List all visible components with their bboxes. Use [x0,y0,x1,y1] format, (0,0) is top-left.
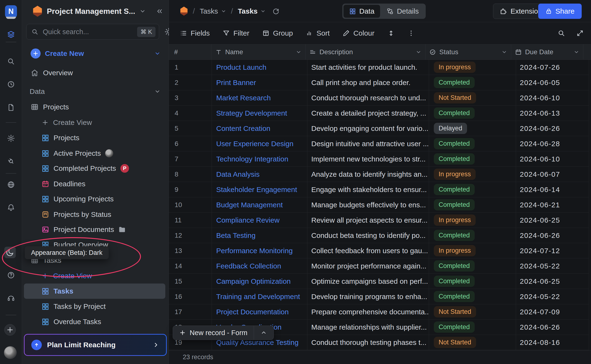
column-header-due-date[interactable]: Due Date [511,45,583,59]
column-header-name[interactable]: Name [211,45,305,59]
name-cell[interactable]: Technology Integration [212,151,307,167]
row-number-cell[interactable]: 4 [169,106,212,121]
record-name-link[interactable]: Product Launch [216,63,266,72]
description-cell[interactable]: Manage relationships with supplier... [307,319,429,335]
tab-details[interactable]: Details [381,5,424,18]
status-cell[interactable]: Completed [429,75,516,90]
description-cell[interactable]: Optimize campaigns based on perf... [307,274,429,289]
language-globe-icon[interactable] [7,181,15,189]
view-item-projects[interactable]: Projects [22,130,169,145]
record-name-link[interactable]: Beta Testing [216,231,256,240]
notifications-bell-icon[interactable] [7,203,15,212]
row-number-cell[interactable]: 6 [169,136,212,151]
record-name-link[interactable]: Data Analysis [216,170,260,178]
status-cell[interactable]: Completed [429,228,516,243]
record-name-link[interactable]: Feedback Collection [216,262,281,270]
record-name-link[interactable]: Campaign Optimization [216,277,291,286]
record-name-link[interactable]: Training and Development [216,292,300,301]
row-number-cell[interactable]: 13 [169,243,212,258]
breadcrumb-table[interactable]: Tasks [200,7,226,15]
chevron-down-icon[interactable] [154,88,161,95]
name-cell[interactable]: User Experience Design [212,136,307,151]
record-name-link[interactable]: Strategy Development [216,109,287,117]
more-options-button[interactable] [408,30,415,37]
name-cell[interactable]: Budget Management [212,197,307,212]
description-cell[interactable]: Call print shop and place order. [307,75,429,90]
due-date-cell[interactable]: 2024-05-22 [516,289,589,304]
status-cell[interactable]: Completed [429,319,516,335]
settings-gear-icon[interactable] [7,134,15,142]
due-date-cell[interactable]: 2024-06-26 [516,121,589,136]
row-number-cell[interactable]: 10 [169,197,212,212]
record-name-link[interactable]: Stakeholder Engagement [216,186,297,194]
status-cell[interactable]: In progress [429,243,516,258]
chevron-down-icon[interactable] [501,49,507,55]
due-date-cell[interactable]: 2024-06-07 [516,167,589,182]
name-cell[interactable]: Content Creation [212,121,307,136]
due-date-cell[interactable]: 2024-07-12 [516,243,589,258]
group-button[interactable]: Group [262,29,293,37]
due-date-cell[interactable]: 2024-06-21 [516,197,589,212]
create-view-button[interactable]: Create View [22,115,169,130]
status-cell[interactable]: Not Started [429,90,516,105]
description-cell[interactable]: Conduct thorough testing phases t... [307,335,429,350]
name-cell[interactable]: Campaign Optimization [212,274,307,289]
plan-limit-banner[interactable]: Plan Limit Reaching [24,334,167,356]
name-cell[interactable]: Data Analysis [212,167,307,182]
due-date-cell[interactable]: 2024-06-28 [516,136,589,151]
support-headset-icon[interactable] [7,294,15,302]
view-item-projects-by-status[interactable]: Projects by Status [22,207,169,222]
integrations-plug-icon[interactable] [7,157,15,165]
row-number-cell[interactable]: 8 [169,167,212,182]
name-cell[interactable]: Feedback Collection [212,258,307,273]
view-item-active-projects[interactable]: Active Projects [22,146,169,161]
description-cell[interactable]: Monitor project performance again... [307,258,429,273]
description-cell[interactable]: Create a detailed project strategy, ... [307,106,429,121]
column-header-description[interactable]: Description [305,45,425,59]
view-item-project-documents[interactable]: Project Documents [22,222,169,237]
name-cell[interactable]: Stakeholder Engagement [212,182,307,197]
description-cell[interactable]: Engage with stakeholders to ensur... [307,182,429,197]
name-cell[interactable]: Market Research [212,90,307,105]
search-icon[interactable] [7,57,15,65]
record-name-link[interactable]: Project Documentation [216,308,289,316]
due-date-cell[interactable]: 2024-07-09 [516,304,589,319]
status-cell[interactable]: Not Started [429,304,516,319]
status-cell[interactable]: Completed [429,274,516,289]
sidebar-item-overview[interactable]: Overview [22,65,169,80]
breadcrumb-view[interactable]: Tasks [238,7,266,15]
share-button[interactable]: Share [538,4,582,19]
description-cell[interactable]: Review all project aspects to ensur... [307,213,429,228]
due-date-cell[interactable]: 2024-06-25 [516,274,589,289]
status-cell[interactable]: Not Started [429,335,516,350]
section-data[interactable]: Data [22,84,169,99]
create-view-button[interactable]: Create View [22,268,169,284]
due-date-cell[interactable]: 2024-06-14 [516,182,589,197]
row-number-cell[interactable]: 14 [169,258,212,273]
name-cell[interactable]: Project Documentation [212,304,307,319]
due-date-cell[interactable]: 2024-06-25 [516,213,589,228]
refresh-icon[interactable] [272,8,279,15]
tab-data[interactable]: Data [344,5,380,18]
document-icon[interactable] [7,104,15,111]
record-name-link[interactable]: Budget Management [216,201,283,209]
due-date-cell[interactable]: 2024-06-10 [516,151,589,167]
search-records-icon[interactable] [558,29,565,37]
row-number-cell[interactable]: 1 [169,60,212,75]
description-cell[interactable]: Start activities for product launch. [307,60,429,75]
colour-button[interactable]: Colour [343,29,374,37]
row-number-cell[interactable]: 7 [169,151,212,167]
history-clock-icon[interactable] [7,80,15,88]
due-date-cell[interactable]: 2024-05-22 [516,258,589,273]
status-cell[interactable]: In progress [429,167,516,182]
status-cell[interactable]: In progress [429,60,516,75]
due-date-cell[interactable]: 2024-06-13 [516,106,589,121]
row-number-cell[interactable]: 17 [169,304,212,319]
view-item-deadlines[interactable]: Deadlines [22,176,169,192]
record-name-link[interactable]: Market Research [216,94,271,102]
status-cell[interactable]: In progress [429,213,516,228]
row-number-cell[interactable]: 3 [169,90,212,105]
record-name-link[interactable]: Compliance Review [216,216,279,224]
record-name-link[interactable]: Performance Monitoring [216,247,293,255]
row-number-cell[interactable]: 12 [169,228,212,243]
